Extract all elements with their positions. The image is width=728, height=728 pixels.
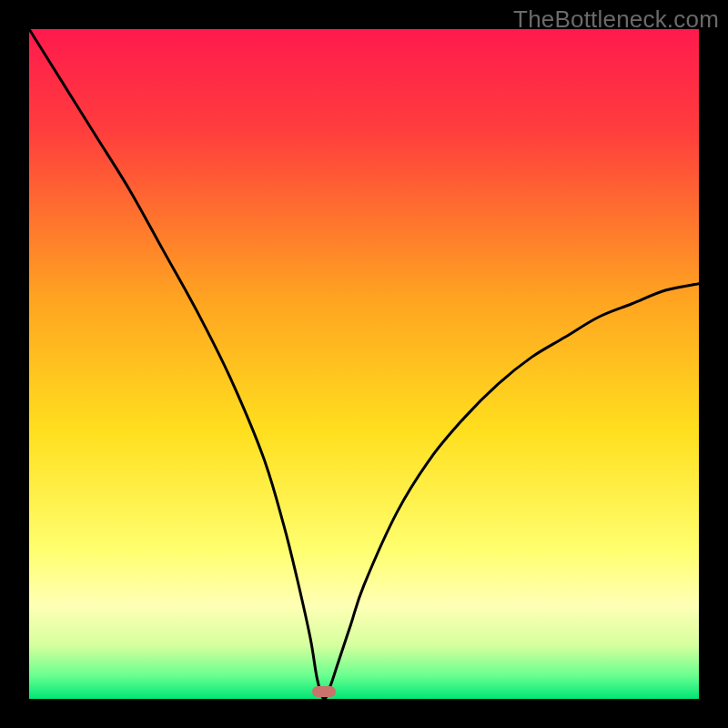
chart-frame: TheBottleneck.com: [0, 0, 728, 728]
optimal-marker: [312, 686, 336, 697]
watermark-text: TheBottleneck.com: [513, 5, 719, 34]
bottleneck-curve: [29, 29, 699, 699]
plot-area: [29, 29, 699, 699]
